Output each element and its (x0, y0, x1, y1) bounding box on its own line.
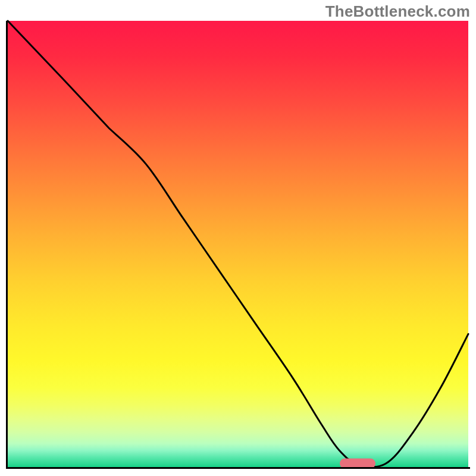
bottleneck-curve (8, 21, 468, 468)
y-axis (6, 21, 8, 468)
x-axis (6, 467, 470, 469)
watermark-text: TheBottleneck.com (325, 2, 470, 21)
